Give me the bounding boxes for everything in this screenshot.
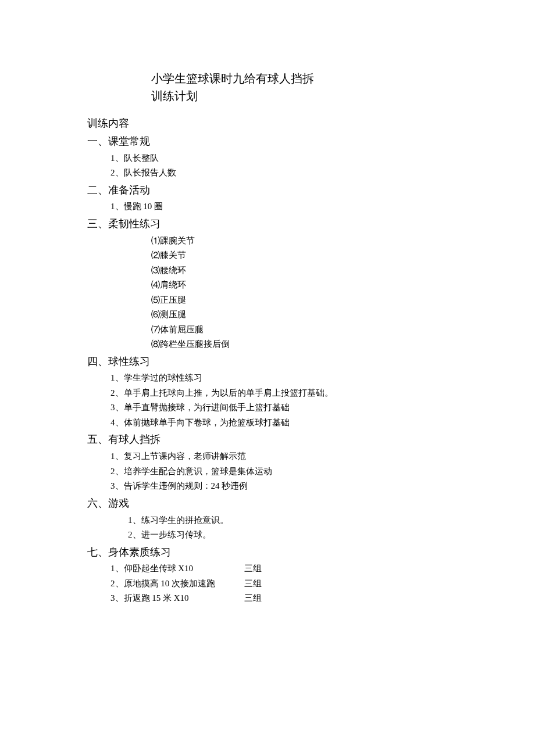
list-item: 1、练习学生的拼抢意识。: [128, 513, 448, 528]
list-item: 1、慢跑 10 圈: [110, 199, 448, 214]
list-item: ⑷肩绕环: [151, 278, 448, 293]
list-item: 4、体前抛球单手向下卷球，为抢篮板球打基础: [110, 415, 448, 431]
list-item: 1、复习上节课内容，老师讲解示范: [110, 449, 448, 464]
title-line-1: 小学生篮球课时九给有球人挡拆: [151, 70, 448, 87]
list-item: ⑻跨栏坐压腿接后倒: [151, 337, 448, 352]
list-item: 2、队长报告人数: [110, 166, 448, 181]
list-item: ⑵膝关节: [151, 248, 448, 263]
list-item: ⑸正压腿: [151, 293, 448, 308]
exercise-sets: 三组: [244, 591, 279, 606]
list-item: 3、告诉学生违例的规则：24 秒违例: [110, 479, 448, 494]
exercise-name: 2、原地摸高 10 次接加速跑: [110, 576, 244, 592]
title-line-2: 训练计划: [151, 87, 448, 105]
section-4-heading: 四、球性练习: [87, 353, 448, 370]
table-row: 1、仰卧起坐传球 X10 三组: [110, 561, 448, 576]
list-item: ⑶腰绕环: [151, 263, 448, 278]
list-item: ⑴踝腕关节: [151, 234, 448, 249]
exercise-name: 3、折返跑 15 米 X10: [110, 591, 244, 606]
section-6-heading: 六、游戏: [87, 495, 448, 512]
exercise-name: 1、仰卧起坐传球 X10: [110, 561, 244, 576]
document-title: 小学生篮球课时九给有球人挡拆 训练计划: [151, 70, 448, 105]
content-heading: 训练内容: [87, 115, 448, 132]
list-item: 1、队长整队: [110, 151, 448, 166]
list-item: ⑺体前屈压腿: [151, 323, 448, 338]
list-item: 3、单手直臂抛接球，为行进间低手上篮打基础: [110, 400, 448, 415]
section-1-heading: 一、课堂常规: [87, 133, 448, 150]
table-row: 2、原地摸高 10 次接加速跑 三组: [110, 576, 448, 592]
exercise-sets: 三组: [244, 576, 279, 592]
list-item: ⑹测压腿: [151, 307, 448, 323]
list-item: 2、进一步练习传球。: [128, 528, 448, 543]
list-item: 2、单手肩上托球向上推，为以后的单手肩上投篮打基础。: [110, 386, 448, 401]
list-item: 1、学生学过的球性练习: [110, 371, 448, 386]
section-2-heading: 二、准备活动: [87, 182, 448, 199]
list-item: 2、培养学生配合的意识，篮球是集体运动: [110, 464, 448, 479]
table-row: 3、折返跑 15 米 X10 三组: [110, 591, 448, 606]
section-3-heading: 三、柔韧性练习: [87, 216, 448, 232]
exercise-sets: 三组: [244, 561, 279, 576]
section-5-heading: 五、有球人挡拆: [87, 431, 448, 448]
section-7-heading: 七、身体素质练习: [87, 544, 448, 561]
